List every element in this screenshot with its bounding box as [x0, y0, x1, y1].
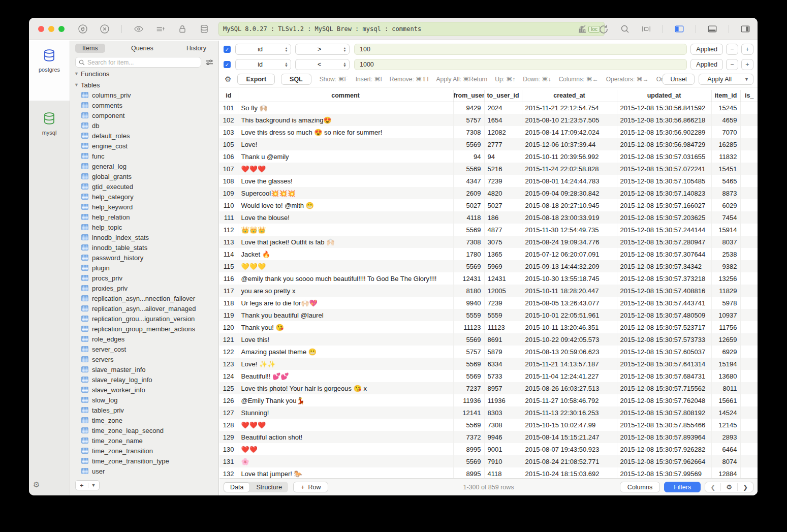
- table-cell[interactable]: [740, 297, 758, 309]
- sidebar-table-item[interactable]: procs_priv: [70, 273, 218, 283]
- table-cell[interactable]: 108: [219, 175, 238, 187]
- sidebar-table-item[interactable]: general_log: [70, 161, 218, 171]
- table-cell[interactable]: Thank you beautiful @laurel: [238, 309, 453, 321]
- table-cell[interactable]: 15451: [711, 163, 740, 175]
- sidebar-table-item[interactable]: role_edges: [70, 334, 218, 344]
- table-row[interactable]: 113Love that jacket! Outfit is fab 🙌🏻730…: [219, 236, 758, 248]
- table-cell[interactable]: 6464: [711, 443, 740, 455]
- table-cell[interactable]: Supercool💥💥💥: [238, 187, 453, 199]
- toggle-right-panel-icon[interactable]: [740, 24, 750, 34]
- table-cell[interactable]: 128: [219, 419, 238, 431]
- sidebar-table-item[interactable]: proxies_priv: [70, 283, 218, 293]
- table-cell[interactable]: [740, 467, 758, 478]
- table-cell[interactable]: 5569: [453, 260, 484, 272]
- table-cell[interactable]: 1780: [453, 248, 484, 260]
- table-cell[interactable]: 2538: [711, 248, 740, 260]
- sidebar-table-item[interactable]: replication_grou...iguration_version: [70, 314, 218, 324]
- table-cell[interactable]: 120: [219, 321, 238, 333]
- table-cell[interactable]: 8995: [453, 443, 484, 455]
- sidebar-table-item[interactable]: plugin: [70, 263, 218, 273]
- search-icon[interactable]: [620, 24, 630, 34]
- table-cell[interactable]: [740, 163, 758, 175]
- table-cell[interactable]: [740, 285, 758, 297]
- tab-history[interactable]: History: [179, 44, 213, 53]
- table-cell[interactable]: 2015-08-24 19:09:34.776: [522, 236, 617, 248]
- table-cell[interactable]: Love this!: [238, 333, 453, 346]
- table-row[interactable]: 117you are so pretty x8180120052015-10-1…: [219, 285, 758, 297]
- table-cell[interactable]: 6929: [711, 346, 740, 358]
- table-cell[interactable]: [740, 260, 758, 272]
- filter-sliders-icon[interactable]: [205, 59, 213, 66]
- table-cell[interactable]: 12884: [711, 467, 740, 478]
- table-cell[interactable]: 4118: [453, 211, 484, 224]
- table-row[interactable]: 114Jacket 🔥178013652015-07-12 06:20:07.0…: [219, 248, 758, 260]
- column-header[interactable]: item_id: [711, 90, 740, 102]
- table-cell[interactable]: Love this dress so much 😍 so nice for su…: [238, 126, 453, 138]
- table-cell[interactable]: 12145: [711, 419, 740, 431]
- filter-value-input[interactable]: 100: [354, 44, 687, 55]
- table-cell[interactable]: 9429: [453, 102, 484, 114]
- table-cell[interactable]: [740, 431, 758, 443]
- table-cell[interactable]: 12431: [484, 272, 522, 285]
- table-cell[interactable]: 12082: [484, 126, 522, 138]
- table-cell[interactable]: 186: [484, 211, 522, 224]
- table-cell[interactable]: 7308: [453, 236, 484, 248]
- table-cell[interactable]: 12431: [453, 272, 484, 285]
- table-row[interactable]: 122Amazing pastel theme 😬575758792015-08…: [219, 346, 758, 358]
- table-cell[interactable]: 3075: [484, 236, 522, 248]
- table-cell[interactable]: 2015-12-08 15:30:57.140823: [617, 187, 711, 199]
- table-cell[interactable]: 2015-12-08 15:30:57.105485: [617, 175, 711, 187]
- table-row[interactable]: 128❤️❤️❤️556973082015-10-15 10:02:47.992…: [219, 419, 758, 431]
- table-cell[interactable]: 7239: [484, 175, 522, 187]
- table-cell[interactable]: 5027: [484, 199, 522, 211]
- column-header[interactable]: updated_at: [617, 90, 711, 102]
- table-cell[interactable]: Would love to! @mith 😁: [238, 199, 453, 211]
- sidebar-table-item[interactable]: slave_relay_log_info: [70, 374, 218, 385]
- table-cell[interactable]: Ur legs are to die for🙌🏻💖: [238, 297, 453, 309]
- sidebar-table-item[interactable]: user: [70, 466, 218, 476]
- section-tables[interactable]: ▼ Tables: [70, 80, 218, 90]
- table-cell[interactable]: 2015-12-08 15:30:57.307644: [617, 248, 711, 260]
- sidebar-table-item[interactable]: time_zone_transition: [70, 446, 218, 456]
- sidebar-table-item[interactable]: slave_master_info: [70, 364, 218, 374]
- zoom-window-button[interactable]: [58, 26, 65, 32]
- table-cell[interactable]: 111: [219, 211, 238, 224]
- filter-operator-select[interactable]: > ▲▼: [295, 44, 350, 55]
- sidebar-table-item[interactable]: replication_asyn...nnection_failover: [70, 293, 218, 303]
- table-cell[interactable]: [740, 443, 758, 455]
- table-row[interactable]: 129Beautiful action shot!737299462015-08…: [219, 431, 758, 443]
- table-cell[interactable]: 2015-12-08 15:30:56.902289: [617, 126, 711, 138]
- table-cell[interactable]: 15661: [711, 394, 740, 406]
- table-cell[interactable]: Thank you! 😘: [238, 321, 453, 333]
- table-cell[interactable]: 5569: [453, 224, 484, 236]
- table-cell[interactable]: @emily thank you soooo much beautiful!!!…: [238, 272, 453, 285]
- queue-list-icon[interactable]: [155, 24, 166, 34]
- table-cell[interactable]: [740, 419, 758, 431]
- table-cell[interactable]: 2015-12-08 15:30:57.203625: [617, 211, 711, 224]
- table-row[interactable]: 121Love this!556986912015-10-22 09:42:05…: [219, 333, 758, 346]
- table-cell[interactable]: 4347: [453, 175, 484, 187]
- section-functions[interactable]: ▼ Functions: [70, 69, 218, 79]
- sidebar-table-item[interactable]: help_category: [70, 192, 218, 202]
- table-cell[interactable]: 2015-08-01 14:24:44.783: [522, 175, 617, 187]
- table-cell[interactable]: Love the blouse!: [238, 211, 453, 224]
- table-cell[interactable]: 119: [219, 309, 238, 321]
- table-cell[interactable]: ❤️❤️: [238, 443, 453, 455]
- table-row[interactable]: 115💛💛💛556959692015-09-13 14:44:32.209201…: [219, 260, 758, 272]
- table-row[interactable]: 105Love!556927772015-12-06 10:37:39.4420…: [219, 138, 758, 150]
- table-cell[interactable]: 7070: [711, 126, 740, 138]
- filter-field-select[interactable]: id ▲▼: [235, 59, 291, 70]
- table-cell[interactable]: So fly 🙌🏼: [238, 102, 453, 114]
- table-cell[interactable]: 5569: [453, 163, 484, 175]
- sidebar-table-item[interactable]: innodb_table_stats: [70, 242, 218, 253]
- table-row[interactable]: 109Supercool💥💥💥260948202015-09-04 09:28:…: [219, 187, 758, 199]
- table-cell[interactable]: 5569: [453, 138, 484, 150]
- sidebar-table-item[interactable]: time_zone_name: [70, 435, 218, 446]
- table-cell[interactable]: 15194: [711, 358, 740, 370]
- table-cell[interactable]: 5569: [453, 419, 484, 431]
- table-cell[interactable]: 2015-12-08 15:30:57.605037: [617, 346, 711, 358]
- table-cell[interactable]: 8074: [711, 455, 740, 467]
- table-cell[interactable]: 109: [219, 187, 238, 199]
- table-cell[interactable]: 1365: [484, 248, 522, 260]
- table-cell[interactable]: 2015-12-08 15:30:57.244144: [617, 224, 711, 236]
